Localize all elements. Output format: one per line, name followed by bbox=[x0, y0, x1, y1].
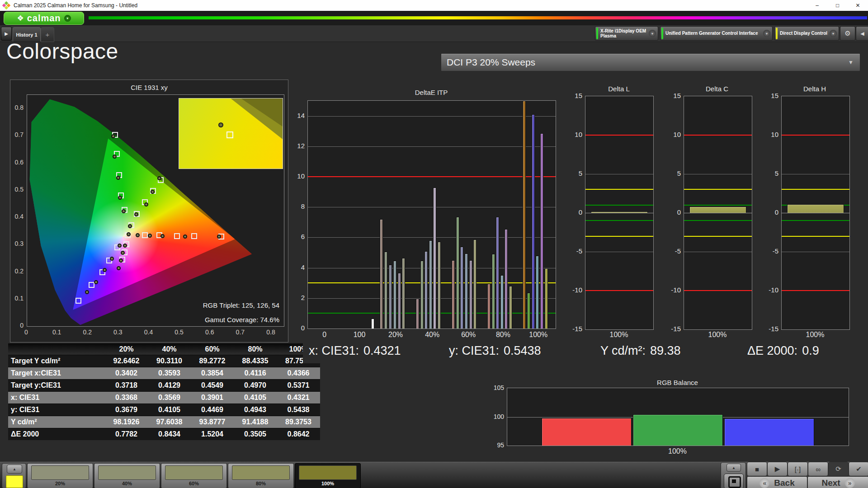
readout-value: 0.9 bbox=[802, 344, 819, 357]
pattern-window-button[interactable]: [·] bbox=[788, 462, 808, 476]
table-cell-value: 0.4116 bbox=[234, 369, 277, 377]
scroll-up-button[interactable]: ▲ bbox=[7, 465, 22, 474]
deltae-y-tick-label: 4 bbox=[289, 263, 305, 271]
table-cell-value: 98.1926 bbox=[105, 418, 148, 426]
table-cell-value: 0.7782 bbox=[105, 430, 148, 438]
delta-y-tick-label: 0 bbox=[565, 208, 582, 216]
table-row-label: Y cd/m² bbox=[8, 418, 105, 426]
delta-y-tick-label: -15 bbox=[761, 325, 778, 333]
play-button[interactable]: ▶ bbox=[767, 462, 788, 476]
pattern-card-80%[interactable]: 80% bbox=[228, 463, 294, 488]
next-button[interactable]: Next » bbox=[807, 476, 868, 488]
readout-label: x: CIE31: bbox=[309, 344, 359, 357]
back-button[interactable]: « Back bbox=[747, 476, 807, 488]
pattern-card-40%[interactable]: 40% bbox=[94, 463, 160, 488]
delta-x-tick-label: 100% bbox=[605, 331, 632, 339]
pattern-card-100%[interactable]: 100% bbox=[295, 463, 361, 488]
cie-x-tick-label: 0.3 bbox=[111, 328, 125, 336]
table-header-cell: 40% bbox=[148, 345, 191, 353]
readout-x-cie31: x: CIE31:0.4321 bbox=[309, 344, 401, 358]
readout-deltae-2000: ΔE 2000:0.9 bbox=[747, 344, 819, 358]
deltae-x-tick-label: 100 bbox=[346, 331, 373, 339]
delta-y-tick-label: 15 bbox=[664, 92, 681, 99]
delta-y-tick-label: -10 bbox=[565, 286, 582, 294]
deltae-y-tick-label: 12 bbox=[289, 142, 305, 150]
deltae-y-tick-label: 6 bbox=[289, 233, 305, 240]
cie-y-tick-label: 0.2 bbox=[8, 267, 24, 275]
table-cell-value: 0.3854 bbox=[191, 369, 234, 377]
table-header-cell: 60% bbox=[191, 345, 234, 353]
pattern-card-label: 100% bbox=[295, 481, 360, 486]
delta-y-tick-label: 10 bbox=[565, 131, 582, 138]
table-cell-value: 0.5371 bbox=[277, 381, 320, 389]
table-cell-value: 0.4366 bbox=[277, 369, 320, 377]
table-row: Target Y cd/m²92.646290.311089.277288.43… bbox=[8, 355, 320, 367]
table-cell-value: 0.4321 bbox=[277, 394, 320, 402]
chevron-right-icon: » bbox=[845, 478, 855, 488]
table-cell-value: 90.3110 bbox=[148, 357, 191, 365]
table-cell-value: 0.3718 bbox=[105, 381, 148, 389]
scroll-up-button[interactable]: ▲ bbox=[726, 464, 741, 472]
deltae-x-tick-label: 80% bbox=[490, 331, 517, 339]
cie-y-tick-label: 0.1 bbox=[8, 295, 24, 302]
app-window: Calman 2025 Calman Home for Samsung - Un… bbox=[0, 0, 868, 488]
delta-y-tick-label: 5 bbox=[761, 169, 778, 177]
pattern-card-20%[interactable]: 20% bbox=[27, 463, 93, 488]
pattern-swatch bbox=[299, 465, 357, 480]
table-cell-value: 0.5438 bbox=[277, 406, 320, 414]
table-cell-value: 92.6462 bbox=[105, 357, 148, 365]
pattern-card-label: 60% bbox=[161, 481, 226, 486]
deltae-y-tick-label: 14 bbox=[289, 112, 305, 119]
table-row-label: x: CIE31 bbox=[8, 394, 105, 402]
pattern-window-panel: ▲ bbox=[721, 462, 746, 488]
delta-y-tick-label: -10 bbox=[761, 286, 778, 294]
delta-y-tick-label: -15 bbox=[664, 325, 681, 333]
rgb-y-tick-label: 105 bbox=[488, 384, 504, 391]
table-row: ΔE 20000.77820.84341.52040.35050.8642 bbox=[8, 428, 320, 440]
readout-label: y: CIE31: bbox=[449, 344, 499, 357]
delta-y-tick-label: 10 bbox=[761, 131, 778, 138]
deltae-y-tick-label: 10 bbox=[289, 172, 305, 180]
table-row: y: CIE310.36790.41050.44690.49430.5438 bbox=[8, 404, 320, 416]
current-pattern-swatch bbox=[6, 475, 23, 488]
table-header-cell: 80% bbox=[234, 345, 277, 353]
table-row: Y cd/m²98.192697.603893.877791.418889.37… bbox=[8, 416, 320, 428]
table-cell-value: 0.8434 bbox=[148, 430, 191, 438]
refresh-button[interactable]: ⟳ bbox=[828, 462, 849, 476]
cie-x-tick-label: 0.2 bbox=[80, 328, 94, 336]
table-cell-value: 0.3569 bbox=[148, 394, 191, 402]
loop-button[interactable]: ∞ bbox=[808, 462, 828, 476]
deltae-x-tick-label: 100% bbox=[525, 331, 552, 339]
pattern-card-label: 40% bbox=[94, 481, 160, 486]
cie-y-tick-label: 0.5 bbox=[8, 186, 24, 193]
table-cell-value: 0.3505 bbox=[234, 430, 277, 438]
pattern-card-label: 20% bbox=[28, 481, 93, 486]
cie-x-tick-label: 0.7 bbox=[233, 328, 247, 336]
cie-y-tick-label: 0.6 bbox=[8, 159, 24, 166]
table-cell-value: 88.4335 bbox=[234, 357, 277, 365]
pattern-list-panel: ▲ bbox=[2, 463, 26, 488]
table-cell-value: 97.6038 bbox=[148, 418, 191, 426]
delta-y-tick-label: -5 bbox=[565, 247, 582, 255]
table-row: x: CIE310.33680.35690.39010.41050.4321 bbox=[8, 391, 320, 404]
confirm-button[interactable]: ✔ bbox=[849, 462, 868, 476]
table-row-label: Target y:CIE31 bbox=[8, 381, 105, 389]
table-cell-value: 91.4188 bbox=[234, 418, 277, 426]
readout-value: 0.5438 bbox=[504, 344, 541, 357]
pattern-swatch bbox=[31, 465, 89, 480]
cie-y-tick-label: 0.4 bbox=[8, 213, 24, 220]
delta-y-tick-label: 0 bbox=[761, 208, 778, 216]
table-header-cell: 20% bbox=[105, 345, 148, 353]
delta-x-tick-label: 100% bbox=[802, 331, 829, 339]
readout-label: ΔE 2000: bbox=[747, 344, 797, 357]
delta-y-tick-label: 15 bbox=[565, 92, 582, 99]
pattern-card-60%[interactable]: 60% bbox=[161, 463, 227, 488]
pattern-window-button[interactable] bbox=[724, 474, 744, 488]
cie-y-tick-label: 0.3 bbox=[8, 240, 24, 247]
rgb-x-tick-label: 100% bbox=[664, 447, 691, 455]
readout-value: 89.38 bbox=[650, 344, 681, 357]
deltae-y-tick-label: 2 bbox=[289, 294, 305, 301]
stop-button[interactable]: ■ bbox=[747, 462, 767, 476]
table-header-row: 20%40%60%80%100% bbox=[8, 343, 320, 355]
table-cell-value: 0.8642 bbox=[277, 430, 320, 438]
